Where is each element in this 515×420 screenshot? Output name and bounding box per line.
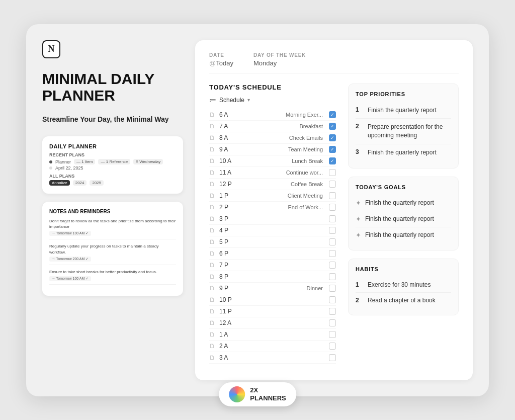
schedule-time: 3 A (219, 354, 237, 361)
schedule-label: Breakfast (240, 123, 326, 129)
mini-tag-2: — 1 Reference (98, 159, 130, 164)
content-area: TODAY'S SCHEDULE ≔ Schedule ▾ 🗋6 AMornin… (209, 83, 459, 368)
mini-note-text-2: Regularly update your progress on tasks … (49, 243, 176, 255)
schedule-checkbox[interactable] (329, 181, 336, 188)
habits-list: 1Exercise for 30 minutes2Read a chapter … (356, 277, 451, 308)
schedule-checkbox[interactable] (329, 238, 336, 245)
right-side-panels: TOP PRIORITIES 1Finish the quarterly rep… (348, 83, 459, 368)
priority-text: Finish the quarterly report (368, 148, 437, 157)
schedule-label: Morning Exer... (240, 112, 326, 118)
schedule-checkbox[interactable] (329, 319, 336, 326)
habit-number: 1 (356, 281, 363, 288)
schedule-checkbox[interactable] (329, 146, 336, 153)
schedule-time: 2 A (219, 343, 237, 350)
mini-note-2: Regularly update your progress on tasks … (49, 243, 176, 265)
day-label: DAY OF THE WEEK (253, 52, 306, 58)
schedule-checkbox[interactable] (329, 273, 336, 280)
schedule-header[interactable]: ≔ Schedule ▾ (209, 96, 336, 104)
schedule-filter-label: Schedule (219, 97, 244, 104)
page-icon: 🗋 (209, 227, 216, 234)
schedule-checkbox[interactable] (329, 343, 336, 350)
mini-card-title: DAILY PLANNER (49, 143, 176, 149)
schedule-checkbox[interactable] (329, 192, 336, 199)
left-panel: N MINIMAL DAILYPLANNER Streamline Your D… (42, 40, 183, 380)
schedule-row: 🗋2 A (209, 341, 336, 352)
habit-number: 2 (356, 297, 363, 304)
schedule-checkbox[interactable] (329, 169, 336, 176)
chevron-down-icon: ▾ (247, 97, 250, 103)
schedule-checkbox[interactable] (329, 134, 336, 141)
mini-note-link-2: → Tomorrow 200 AM ✓ (49, 257, 91, 262)
mini-card-planner: DAILY PLANNER Recent Plans Planner — 1 I… (42, 136, 183, 194)
brand-badge: 2X PLANNERS (219, 382, 296, 406)
schedule-row: 🗋4 P (209, 225, 336, 236)
page-icon: 🗋 (209, 273, 216, 280)
schedule-row: 🗋5 P (209, 236, 336, 248)
schedule-checkbox[interactable] (329, 157, 336, 164)
schedule-column: TODAY'S SCHEDULE ≔ Schedule ▾ 🗋6 AMornin… (209, 83, 336, 368)
mini-tag-2025: 2025 (90, 180, 104, 186)
page-icon: 🗋 (209, 285, 216, 292)
schedule-checkbox[interactable] (329, 354, 336, 361)
schedule-row: 🗋11 AContinue wor... (209, 167, 336, 179)
dot-icon (49, 160, 52, 163)
dot-icon-2 (49, 166, 52, 170)
schedule-checkbox[interactable] (329, 296, 336, 303)
mini-row-1: Planner — 1 Item — 1 Reference ≡ Wednesd… (49, 159, 176, 164)
schedule-checkbox[interactable] (329, 215, 336, 222)
schedule-checkbox[interactable] (329, 285, 336, 292)
schedule-checkbox[interactable] (329, 262, 336, 269)
schedule-label: Check Emails (240, 135, 326, 141)
all-plans-label: All Plans (49, 174, 176, 179)
star-icon: ✦ (356, 231, 361, 239)
schedule-label: Lunch Break (240, 158, 326, 164)
priority-number: 1 (356, 106, 363, 113)
schedule-row: 🗋11 P (209, 306, 336, 317)
schedule-time: 6 A (219, 111, 237, 118)
mini-note-3: Ensure to take short breaks for better p… (49, 269, 176, 285)
schedule-checkbox[interactable] (329, 308, 336, 315)
schedule-label: Coffee Break (240, 181, 326, 187)
schedule-label: Client Meeting (240, 193, 326, 199)
day-group: DAY OF THE WEEK Monday (253, 52, 306, 67)
schedule-label: Dinner (240, 285, 326, 291)
schedule-time: 11 P (219, 308, 237, 315)
goal-item: ✦Finish the quarterly report (356, 195, 451, 211)
page-icon: 🗋 (209, 204, 216, 211)
schedule-checkbox[interactable] (329, 250, 336, 257)
goal-text: Finish the quarterly report (365, 231, 434, 238)
schedule-row: 🗋7 P (209, 260, 336, 271)
badge-text: 2X PLANNERS (250, 386, 286, 402)
schedule-row: 🗋12 A (209, 317, 336, 329)
schedule-time: 9 P (219, 285, 237, 292)
schedule-time: 2 P (219, 204, 237, 211)
schedule-label: End of Work... (240, 204, 326, 210)
priority-text: Finish the quarterly report (368, 106, 437, 115)
todays-goals-panel: TODAY'S GOALS ✦Finish the quarterly repo… (348, 177, 459, 250)
top-meta: DATE @Today DAY OF THE WEEK Monday (209, 52, 459, 73)
goal-item: ✦Finish the quarterly report (356, 211, 451, 227)
schedule-row: 🗋9 ATeam Meeting (209, 144, 336, 155)
schedule-row: 🗋8 ACheck Emails (209, 132, 336, 144)
schedule-checkbox[interactable] (329, 331, 336, 338)
badge-logo-icon (229, 386, 245, 402)
schedule-row: 🗋1 PClient Meeting (209, 190, 336, 202)
schedule-checkbox[interactable] (329, 111, 336, 118)
schedule-row: 🗋3 P (209, 213, 336, 225)
schedule-checkbox[interactable] (329, 204, 336, 211)
schedule-row: 🗋9 PDinner (209, 283, 336, 294)
schedule-label: Team Meeting (240, 146, 326, 152)
mini-tag-1: — 1 Item (74, 159, 95, 164)
day-value: Monday (253, 59, 306, 67)
page-icon: 🗋 (209, 238, 216, 245)
schedule-row: 🗋6 AMorning Exer... (209, 109, 336, 121)
habit-item: 1Exercise for 30 minutes (356, 277, 451, 293)
schedule-time: 1 A (219, 331, 237, 338)
habit-text: Exercise for 30 minutes (368, 281, 431, 288)
schedule-time: 7 P (219, 262, 237, 269)
schedule-checkbox[interactable] (329, 123, 336, 130)
main-title: MINIMAL DAILYPLANNER (42, 70, 183, 104)
schedule-checkbox[interactable] (329, 227, 336, 234)
goals-list: ✦Finish the quarterly report✦Finish the … (356, 195, 451, 243)
mini-note-text-1: Don't forget to review all the tasks and… (49, 218, 176, 229)
